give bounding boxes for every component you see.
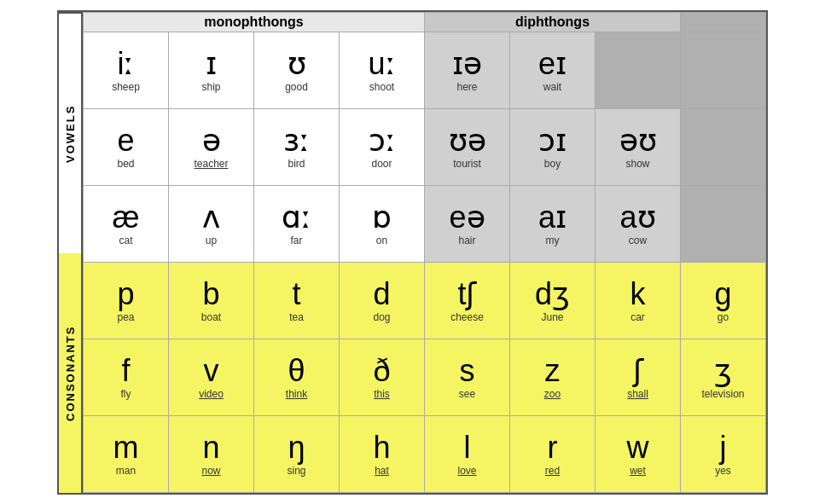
ipa-symbol: eə [428, 200, 506, 235]
vowel-row: iːsheepɪshipʊgooduːshootɪəhereeɪwait [84, 32, 766, 108]
phoneme-cell: tʃcheese [425, 262, 510, 339]
ipa-symbol: æ [87, 200, 165, 235]
phoneme-cell: eəhair [425, 185, 510, 262]
ipa-symbol: ʃ [599, 354, 677, 388]
ipa-word: fly [87, 388, 165, 400]
ipa-word: cow [599, 235, 677, 246]
ipa-word: ship [172, 81, 250, 93]
ipa-word: red [514, 465, 591, 477]
ipa-symbol: d [343, 277, 421, 311]
empty-cell [681, 108, 766, 185]
ipa-word: sheep [87, 81, 165, 93]
phoneme-cell: aɪmy [510, 185, 596, 262]
ipa-word: up [172, 235, 250, 246]
ipa-symbol: r [514, 431, 591, 465]
ipa-symbol: ð [343, 354, 421, 388]
phoneme-cell: kcar [596, 262, 681, 339]
ipa-symbol: dʒ [514, 277, 591, 311]
monophthongs-header: monophthongs [84, 12, 425, 32]
ipa-word: wait [514, 81, 591, 93]
ipa-word: on [343, 235, 421, 246]
ipa-symbol: s [428, 354, 506, 388]
side-labels: VOWELS CONSONANTS [59, 12, 83, 493]
ipa-word: cat [87, 235, 165, 246]
phoneme-cell: ɪəhere [425, 32, 510, 108]
phoneme-cell: ʃshall [596, 339, 681, 415]
ipa-symbol: m [87, 431, 165, 465]
ipa-word: zoo [514, 388, 591, 400]
ipa-word: hat [343, 465, 421, 477]
ipa-symbol: p [87, 277, 165, 311]
phoneme-cell: ɪship [169, 32, 254, 108]
ipa-word: here [428, 81, 506, 93]
phoneme-cell: ɜːbird [254, 108, 340, 185]
phoneme-cell: əʊshow [596, 108, 681, 185]
ipa-symbol: w [599, 431, 677, 465]
ipa-word: car [599, 311, 677, 323]
consonants-label: CONSONANTS [59, 253, 81, 493]
consonant-row: ppeabboattteaddogtʃcheesedʒJunekcarggo [84, 262, 766, 339]
phoneme-cell: θthink [254, 339, 340, 415]
ipa-symbol: aɪ [514, 200, 591, 235]
ipa-word: video [172, 388, 250, 400]
ipa-symbol: v [172, 354, 250, 388]
ipa-word: man [87, 465, 165, 477]
phoneme-cell: ttea [254, 262, 340, 339]
phoneme-cell: dʒJune [510, 262, 596, 339]
ipa-symbol: ɪə [428, 47, 506, 81]
diphthongs-header: diphthongs [425, 12, 681, 32]
ipa-symbol: tʃ [428, 277, 506, 311]
phoneme-cell: uːshoot [340, 32, 425, 108]
ipa-word: boy [514, 158, 591, 170]
empty-cell [681, 185, 766, 262]
phoneme-cell: vvideo [169, 339, 254, 415]
ipa-symbol: ʊə [428, 124, 506, 158]
phoneme-cell: ebed [84, 108, 169, 185]
phoneme-cell: ddog [340, 262, 425, 339]
ipa-word: this [343, 388, 421, 400]
phoneme-cell: ɔːdoor [340, 108, 425, 185]
consonant-row: mmannnowŋsinghhatlloverredwwetjyes [84, 415, 766, 492]
ipa-word: my [514, 235, 591, 246]
ipa-symbol: eɪ [514, 47, 591, 81]
phoneme-cell: jyes [681, 415, 766, 492]
ipa-word: sing [258, 465, 335, 477]
phoneme-cell: hhat [340, 415, 425, 492]
phoneme-cell [596, 32, 681, 108]
ipa-word: go [684, 311, 762, 323]
phoneme-cell: ðthis [340, 339, 425, 415]
consonant-row: fflyvvideoθthinkðthissseezzooʃshallʒtele… [84, 339, 766, 415]
ipa-symbol: əʊ [599, 124, 677, 158]
ipa-symbol: ʊ [258, 47, 335, 81]
ipa-word: dog [343, 311, 421, 323]
phoneme-cell: ssee [425, 339, 510, 415]
ipa-symbol: t [258, 277, 335, 311]
ipa-word: good [258, 81, 335, 93]
ipa-symbol: ʒ [684, 354, 762, 388]
phoneme-cell: iːsheep [84, 32, 169, 108]
phonetics-table: monophthongs diphthongs iːsheepɪshipʊgoo… [83, 12, 766, 493]
ipa-symbol: ɒ [343, 200, 421, 235]
ipa-word: yes [684, 465, 762, 477]
ipa-word: shoot [343, 81, 421, 93]
ipa-word: wet [599, 465, 677, 477]
phoneme-cell: ŋsing [254, 415, 340, 492]
ipa-symbol: iː [87, 47, 165, 81]
main-container: VOWELS CONSONANTS monophthongs diphthong… [57, 10, 768, 495]
ipa-word: June [514, 311, 591, 323]
ipa-symbol: ɜː [258, 124, 335, 158]
ipa-word: shall [599, 388, 677, 400]
ipa-word: television [684, 388, 762, 400]
ipa-symbol: ə [172, 124, 250, 158]
phoneme-cell: ɑːfar [254, 185, 340, 262]
phoneme-cell: aʊcow [596, 185, 681, 262]
vowels-label: VOWELS [59, 12, 81, 253]
ipa-word: bed [87, 158, 165, 170]
phoneme-cell: ʌup [169, 185, 254, 262]
table-wrapper: monophthongs diphthongs iːsheepɪshipʊgoo… [83, 12, 766, 493]
ipa-symbol: uː [343, 47, 421, 81]
phoneme-cell: wwet [596, 415, 681, 492]
ipa-word: think [258, 388, 335, 400]
ipa-symbol: j [684, 431, 762, 465]
ipa-symbol: l [428, 431, 506, 465]
